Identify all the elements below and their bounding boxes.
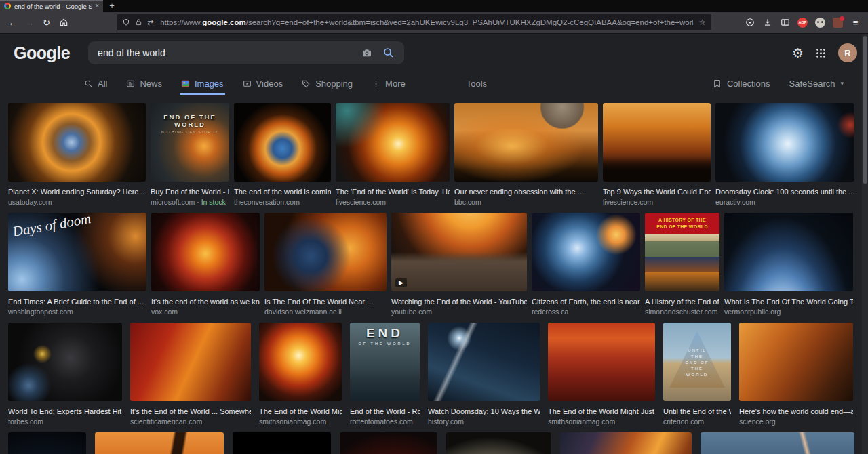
pocket-icon[interactable] xyxy=(741,14,758,30)
result-thumbnail[interactable] xyxy=(8,323,122,401)
result-thumbnail[interactable] xyxy=(233,432,331,454)
result-domain[interactable]: history.com xyxy=(428,417,540,426)
result-thumbnail[interactable]: Days of doom xyxy=(8,213,146,291)
result-domain[interactable]: smithsonianmag.com xyxy=(548,417,655,426)
bookmark-star-icon[interactable]: ☆ xyxy=(698,18,706,27)
back-button[interactable]: ← xyxy=(4,14,21,30)
result-thumbnail[interactable] xyxy=(151,213,260,291)
result-domain[interactable]: usatoday.com xyxy=(8,198,146,206)
home-button[interactable] xyxy=(55,14,72,30)
result-domain[interactable]: euractiv.com xyxy=(715,198,854,206)
result-title[interactable]: The end of the world is coming – j... xyxy=(234,188,331,196)
result-title[interactable]: Citizens of Earth, the end is near ... xyxy=(532,297,640,306)
tab-shopping[interactable]: Shopping xyxy=(300,72,354,95)
result-domain[interactable]: washingtonpost.com xyxy=(8,308,146,316)
tracking-shield-icon[interactable] xyxy=(122,18,130,26)
downloads-icon[interactable] xyxy=(759,14,776,30)
result-thumbnail[interactable] xyxy=(739,323,853,401)
result-domain[interactable]: theconversation.com xyxy=(234,198,331,206)
result-domain[interactable]: vermontpublic.org xyxy=(724,308,853,316)
result-title[interactable]: Buy End of the World - Mic... xyxy=(151,188,229,196)
result-title[interactable]: Watch Doomsday: 10 Ways the World Will .… xyxy=(428,407,540,415)
result-title[interactable]: World To End; Experts Hardest Hit xyxy=(8,407,122,415)
result-thumbnail[interactable]: ENDOF THE WORLD xyxy=(350,323,420,401)
result-thumbnail[interactable] xyxy=(336,103,450,182)
tab-more[interactable]: ⋮ More xyxy=(370,72,407,95)
result-thumbnail[interactable] xyxy=(95,432,224,454)
result-title[interactable]: Our never ending obsession with the ... xyxy=(454,188,598,196)
result-domain[interactable]: bbc.com xyxy=(454,198,598,206)
sidebar-icon[interactable] xyxy=(776,14,793,30)
result-domain[interactable]: smithsonianmag.com xyxy=(259,417,342,426)
forward-button[interactable]: → xyxy=(21,14,38,30)
result-thumbnail[interactable] xyxy=(264,213,387,291)
result-title[interactable]: Watching the End of the World - YouTube xyxy=(391,297,527,306)
result-domain[interactable]: scientificamerican.com xyxy=(130,417,251,426)
result-thumbnail[interactable] xyxy=(603,103,711,182)
search-by-image-camera-icon[interactable] xyxy=(361,47,373,58)
google-logo[interactable]: Google xyxy=(14,43,70,63)
result-title[interactable]: Until the End of the Wo... xyxy=(663,407,731,415)
result-domain[interactable]: davidson.weizmann.ac.il xyxy=(264,308,387,316)
tab-images[interactable]: Images xyxy=(180,72,225,95)
ghostery-extension-icon[interactable] xyxy=(812,14,829,30)
tab-videos[interactable]: Videos xyxy=(241,72,285,95)
result-thumbnail[interactable]: ▶ xyxy=(391,213,527,291)
result-title[interactable]: Top 9 Ways the World Could End | Live ..… xyxy=(603,188,711,196)
result-thumbnail[interactable] xyxy=(340,432,437,454)
result-thumbnail[interactable] xyxy=(548,323,655,401)
tab-news[interactable]: News xyxy=(125,72,163,95)
search-input[interactable]: end of the world xyxy=(98,47,351,58)
result-domain[interactable]: redcross.ca xyxy=(532,308,640,316)
result-thumbnail[interactable] xyxy=(454,103,598,182)
google-apps-grid-icon[interactable] xyxy=(815,47,827,59)
result-thumbnail[interactable]: UNTILTHEEND OFTHEWORLD xyxy=(663,323,731,401)
result-title[interactable]: What Is The End Of The World Going To ..… xyxy=(724,297,853,306)
result-title[interactable]: Is The End Of The World Near ... xyxy=(264,297,387,306)
result-title[interactable]: It's the end of the world as we know it.… xyxy=(151,297,260,306)
tab-all[interactable]: All xyxy=(83,72,108,95)
result-thumbnail[interactable] xyxy=(560,432,692,454)
settings-gear-icon[interactable]: ⚙ xyxy=(792,47,804,60)
page-scrollbar[interactable] xyxy=(862,34,868,454)
safesearch-button[interactable]: SafeSearch ▾ xyxy=(788,79,845,89)
result-title[interactable]: It's the End of the World ... Somewhere … xyxy=(130,407,251,415)
result-thumbnail[interactable] xyxy=(532,213,640,291)
result-domain[interactable]: simonandschuster.com xyxy=(645,308,719,316)
result-thumbnail[interactable] xyxy=(130,323,251,401)
result-thumbnail[interactable]: END OF THE WORLDNOTHING CAN STOP IT xyxy=(151,103,229,182)
search-submit-icon[interactable] xyxy=(382,47,395,59)
result-thumbnail[interactable] xyxy=(428,323,540,401)
browser-tab[interactable]: end of the world - Google S × xyxy=(0,0,103,12)
result-thumbnail[interactable] xyxy=(724,213,853,291)
ublock-extension-icon[interactable] xyxy=(829,14,846,30)
permissions-icon[interactable]: ⇄ xyxy=(147,18,153,27)
result-thumbnail[interactable] xyxy=(8,432,86,454)
result-domain[interactable]: forbes.com xyxy=(8,417,122,426)
result-domain[interactable]: microsoft.com · In stock xyxy=(151,198,229,206)
result-title[interactable]: Doomsday Clock: 100 seconds until the ..… xyxy=(715,188,854,196)
result-domain[interactable]: youtube.com xyxy=(391,308,527,316)
result-title[interactable]: The End of the World Might Ju... xyxy=(259,407,342,415)
result-domain[interactable]: criterion.com xyxy=(663,417,731,426)
scrollbar-thumb[interactable] xyxy=(863,36,867,184)
result-domain[interactable]: rottentomatoes.com xyxy=(350,417,420,426)
result-thumbnail[interactable] xyxy=(234,103,331,182)
new-tab-button[interactable]: + xyxy=(103,0,121,12)
result-title[interactable]: End Times: A Brief Guide to the End of .… xyxy=(8,297,146,306)
result-title[interactable]: End of the World - Rott... xyxy=(350,407,420,415)
url-bar[interactable]: ⇄ https://www.google.com/search?q=end+of… xyxy=(117,14,711,30)
reload-button[interactable]: ↻ xyxy=(38,14,55,30)
result-domain[interactable]: vox.com xyxy=(151,308,260,316)
result-thumbnail[interactable] xyxy=(715,103,854,182)
tab-close-icon[interactable]: × xyxy=(95,3,99,9)
search-box[interactable]: end of the world xyxy=(88,41,404,64)
menu-icon[interactable]: ≡ xyxy=(847,14,864,30)
adblock-plus-icon[interactable]: ABP xyxy=(794,14,811,30)
result-title[interactable]: The End of the World Might Just Look ... xyxy=(548,407,655,415)
result-thumbnail[interactable] xyxy=(8,103,146,182)
result-thumbnail[interactable]: A HISTORY OF THEEND OF THE WORLD xyxy=(645,213,719,291)
result-thumbnail[interactable] xyxy=(701,432,854,454)
result-domain[interactable]: livescience.com xyxy=(336,198,450,206)
result-title[interactable]: The 'End of the World' Is Today. Here's … xyxy=(336,188,450,196)
